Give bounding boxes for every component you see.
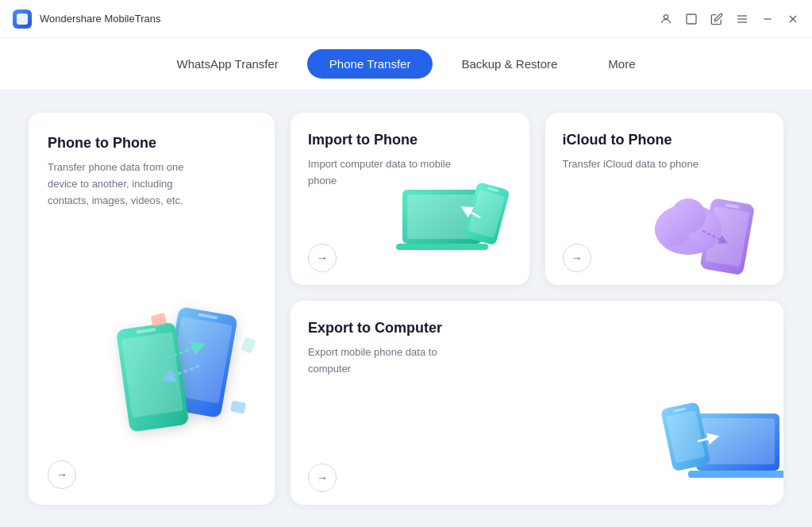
icloud-illustration bbox=[648, 174, 775, 277]
menu-icon[interactable] bbox=[736, 13, 749, 25]
edit-icon[interactable] bbox=[710, 13, 723, 25]
tab-more[interactable]: More bbox=[586, 49, 657, 79]
tab-whatsapp[interactable]: WhatsApp Transfer bbox=[154, 49, 300, 79]
arrow-right-icon: → bbox=[317, 252, 328, 264]
app-title: Wondershare MobileTrans bbox=[40, 13, 160, 25]
tab-phone[interactable]: Phone Transfer bbox=[307, 49, 433, 79]
right-top-row: Import to Phone Import computer data to … bbox=[291, 113, 783, 285]
card-export-desc: Export mobile phone data to computer bbox=[308, 344, 467, 378]
card-export-to-computer: Export to Computer Export mobile phone d… bbox=[291, 301, 783, 505]
right-column: Import to Phone Import computer data to … bbox=[291, 113, 783, 505]
phone-to-phone-illustration bbox=[108, 290, 275, 465]
export-illustration bbox=[648, 394, 775, 497]
import-illustration bbox=[394, 174, 521, 277]
tab-backup[interactable]: Backup & Restore bbox=[439, 49, 579, 79]
main-content: Phone to Phone Transfer phone data from … bbox=[0, 90, 812, 527]
close-icon[interactable] bbox=[787, 13, 799, 25]
minimize-icon[interactable] bbox=[761, 13, 774, 25]
svg-rect-16 bbox=[241, 337, 256, 354]
title-bar-left: Wondershare MobileTrans bbox=[13, 10, 160, 29]
title-bar-controls bbox=[660, 13, 799, 25]
svg-rect-32 bbox=[688, 471, 783, 478]
arrow-right-icon: → bbox=[317, 471, 328, 484]
svg-point-29 bbox=[671, 198, 706, 233]
nav-bar: WhatsApp Transfer Phone Transfer Backup … bbox=[0, 38, 812, 90]
title-bar: Wondershare MobileTrans bbox=[0, 0, 812, 38]
card-phone-to-phone-arrow[interactable]: → bbox=[48, 460, 76, 489]
svg-rect-19 bbox=[396, 244, 488, 250]
card-icloud-arrow[interactable]: → bbox=[563, 244, 591, 272]
card-phone-to-phone-title: Phone to Phone bbox=[48, 135, 256, 152]
svg-point-0 bbox=[664, 14, 668, 18]
card-icloud-to-phone: iCloud to Phone Transfer iCloud data to … bbox=[545, 113, 784, 285]
card-phone-to-phone: Phone to Phone Transfer phone data from … bbox=[29, 113, 275, 505]
svg-rect-1 bbox=[687, 14, 696, 24]
svg-rect-15 bbox=[230, 401, 246, 414]
svg-rect-31 bbox=[701, 418, 775, 464]
card-phone-to-phone-desc: Transfer phone data from one device to a… bbox=[48, 160, 206, 209]
card-import-title: Import to Phone bbox=[308, 132, 512, 148]
user-icon[interactable] bbox=[660, 13, 672, 25]
arrow-right-icon: → bbox=[571, 252, 583, 264]
card-icloud-desc: Transfer iCloud data to phone bbox=[563, 156, 722, 173]
arrow-right-icon: → bbox=[56, 468, 67, 481]
card-import-arrow[interactable]: → bbox=[308, 244, 337, 272]
card-export-title: Export to Computer bbox=[308, 320, 766, 337]
square-icon[interactable] bbox=[685, 13, 698, 25]
card-export-arrow[interactable]: → bbox=[308, 464, 337, 492]
card-import-to-phone: Import to Phone Import computer data to … bbox=[291, 113, 529, 285]
card-icloud-title: iCloud to Phone bbox=[563, 132, 767, 148]
app-icon bbox=[13, 10, 32, 29]
